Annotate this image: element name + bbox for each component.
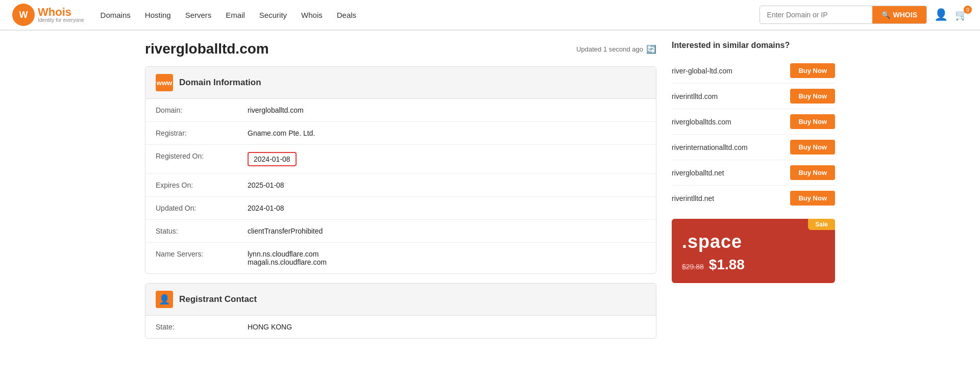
- list-item: riverintlltd.net Buy Now: [672, 186, 835, 211]
- buy-now-button[interactable]: Buy Now: [790, 63, 835, 78]
- row-label: Name Servers:: [145, 243, 237, 274]
- row-label: State:: [145, 316, 237, 338]
- domain-title-row: rivergloballtd.com Updated 1 second ago …: [145, 41, 656, 57]
- updated-text: Updated 1 second ago: [576, 45, 643, 53]
- row-label: Registrar:: [145, 122, 237, 145]
- registrant-card-title: Registrant Contact: [179, 294, 257, 304]
- whois-search-button[interactable]: 🔍 WHOIS: [872, 6, 926, 23]
- sale-banner: Sale .space $29.88 $1.88: [672, 219, 835, 283]
- logo-icon: W: [12, 4, 35, 26]
- search-input[interactable]: [760, 7, 872, 23]
- table-row: Registrar: Gname.com Pte. Ltd.: [145, 122, 656, 145]
- header-right: 🔍 WHOIS 👤 🛒 0: [760, 6, 968, 24]
- nav-domains[interactable]: Domains: [101, 11, 131, 19]
- sale-price-row: $29.88 $1.88: [682, 257, 825, 273]
- row-label: Domain:: [145, 99, 237, 122]
- registrant-info-table: State: HONG KONG: [145, 316, 656, 338]
- updated-label: Updated 1 second ago 🔄: [576, 44, 656, 54]
- whois-button-label: WHOIS: [893, 11, 917, 19]
- suggestion-name: rivergloballtds.com: [672, 118, 731, 126]
- row-label: Status:: [145, 220, 237, 243]
- list-item: rivergloballtd.net Buy Now: [672, 160, 835, 186]
- table-row: Registered On: 2024-01-08: [145, 145, 656, 174]
- row-value: 2024-01-08: [237, 197, 656, 220]
- domain-name: rivergloballtd.com: [145, 41, 269, 57]
- nav-hosting[interactable]: Hosting: [145, 11, 171, 19]
- logo-whois-text: Whois: [38, 7, 84, 18]
- user-icon-button[interactable]: 👤: [934, 8, 948, 21]
- search-bar: 🔍 WHOIS: [760, 6, 927, 24]
- table-row: State: HONG KONG: [145, 316, 656, 338]
- domain-card-icon: www: [156, 74, 173, 91]
- search-icon: 🔍: [881, 11, 890, 19]
- list-item: riverintlltd.com Buy Now: [672, 84, 835, 109]
- sale-domain-ext: .space: [682, 231, 825, 252]
- list-item: river-global-ltd.com Buy Now: [672, 58, 835, 84]
- table-row: Name Servers: lynn.ns.cloudflare.com mag…: [145, 243, 656, 274]
- sale-new-price-value: 1.88: [717, 257, 745, 272]
- sale-tag: Sale: [808, 219, 835, 230]
- buy-now-button[interactable]: Buy Now: [790, 114, 835, 129]
- table-row: Status: clientTransferProhibited: [145, 220, 656, 243]
- sale-new-price: $1.88: [709, 257, 745, 273]
- logo-tagline: Identity for everyone: [38, 18, 84, 23]
- cart-badge: 0: [964, 6, 972, 14]
- main-wrapper: rivergloballtd.com Updated 1 second ago …: [133, 31, 847, 358]
- domain-info-card-header: www Domain Information: [145, 67, 656, 99]
- row-value: HONG KONG: [237, 316, 656, 338]
- nav-deals[interactable]: Deals: [337, 11, 356, 19]
- row-value: rivergloballtd.com: [237, 99, 656, 122]
- refresh-icon[interactable]: 🔄: [646, 44, 656, 54]
- cart-button[interactable]: 🛒 0: [955, 9, 968, 21]
- suggestion-name: riverintlltd.net: [672, 194, 714, 202]
- main-nav: Domains Hosting Servers Email Security W…: [101, 11, 760, 19]
- sale-old-price: $29.88: [682, 263, 704, 271]
- row-label: Expires On:: [145, 174, 237, 197]
- table-row: Updated On: 2024-01-08: [145, 197, 656, 220]
- table-row: Domain: rivergloballtd.com: [145, 99, 656, 122]
- registrant-card-header: 👤 Registrant Contact: [145, 284, 656, 316]
- svg-text:W: W: [19, 10, 28, 20]
- table-row: Expires On: 2025-01-08: [145, 174, 656, 197]
- registrant-card-icon: 👤: [156, 291, 173, 308]
- row-value-highlighted: 2024-01-08: [237, 145, 656, 174]
- right-panel: Interested in similar domains? river-glo…: [672, 41, 835, 348]
- nav-whois[interactable]: Whois: [301, 11, 323, 19]
- suggestion-name: riverintlltd.com: [672, 92, 718, 100]
- similar-domains-title: Interested in similar domains?: [672, 41, 835, 50]
- list-item: riverinternationalltd.com Buy Now: [672, 135, 835, 160]
- buy-now-button[interactable]: Buy Now: [790, 165, 835, 180]
- registrant-contact-card: 👤 Registrant Contact State: HONG KONG: [145, 283, 656, 339]
- row-value: clientTransferProhibited: [237, 220, 656, 243]
- nav-email[interactable]: Email: [226, 11, 245, 19]
- site-header: W Whois Identity for everyone Domains Ho…: [0, 0, 980, 31]
- logo[interactable]: W Whois Identity for everyone: [12, 4, 84, 26]
- row-value-nameservers: lynn.ns.cloudflare.com magali.ns.cloudfl…: [237, 243, 656, 274]
- row-label: Updated On:: [145, 197, 237, 220]
- nav-security[interactable]: Security: [259, 11, 287, 19]
- suggestion-name: river-global-ltd.com: [672, 67, 732, 75]
- registered-on-highlighted: 2024-01-08: [248, 152, 297, 166]
- row-value: Gname.com Pte. Ltd.: [237, 122, 656, 145]
- list-item: rivergloballtds.com Buy Now: [672, 109, 835, 135]
- domain-info-card: www Domain Information Domain: riverglob…: [145, 66, 656, 274]
- suggestion-name: rivergloballtd.net: [672, 169, 724, 177]
- left-panel: rivergloballtd.com Updated 1 second ago …: [145, 41, 656, 348]
- row-label: Registered On:: [145, 145, 237, 174]
- buy-now-button[interactable]: Buy Now: [790, 191, 835, 206]
- nav-servers[interactable]: Servers: [185, 11, 212, 19]
- domain-info-table: Domain: rivergloballtd.com Registrar: Gn…: [145, 99, 656, 273]
- domain-card-title: Domain Information: [179, 78, 261, 88]
- buy-now-button[interactable]: Buy Now: [790, 89, 835, 104]
- suggestion-name: riverinternationalltd.com: [672, 143, 748, 151]
- row-value: 2025-01-08: [237, 174, 656, 197]
- domain-suggestions-list: river-global-ltd.com Buy Now riverintllt…: [672, 58, 835, 211]
- buy-now-button[interactable]: Buy Now: [790, 140, 835, 155]
